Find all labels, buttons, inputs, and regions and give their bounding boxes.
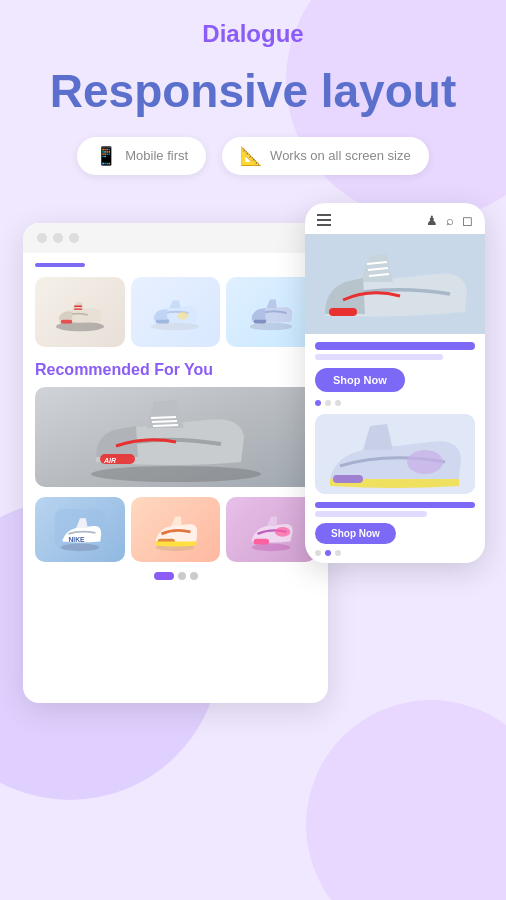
- mobile-subtitle-bar: [315, 354, 443, 360]
- mobile-text-bar-1: [315, 502, 475, 508]
- bottom-shoe-grid: NIKE: [35, 497, 316, 562]
- svg-rect-30: [333, 475, 363, 483]
- menu-line-2: [317, 219, 331, 221]
- ruler-icon: 📐: [240, 145, 262, 167]
- hamburger-icon: [317, 214, 331, 226]
- desktop-content: Recommended For You: [23, 253, 328, 590]
- menu-line-1: [317, 214, 331, 216]
- nav-indicator: [35, 263, 85, 267]
- pagination-dot-1: [154, 572, 174, 580]
- profile-icon: ♟: [426, 213, 438, 228]
- search-icon: ⌕: [446, 213, 454, 228]
- shoe-card-1: [35, 277, 125, 347]
- bottom-card-3: [226, 497, 316, 562]
- m-dot2-3: [335, 550, 341, 556]
- bottom-card-2: [131, 497, 221, 562]
- mobile-title-bar-1: [315, 342, 475, 350]
- desktop-pagination: [35, 572, 316, 580]
- svg-line-12: [151, 417, 176, 418]
- mobile-shoe-card-2: [315, 414, 475, 494]
- app-logo: Dialogue: [202, 20, 303, 48]
- mobile-action-icons: ♟ ⌕ ◻: [426, 213, 473, 228]
- shop-now-button-1[interactable]: Shop Now: [315, 368, 405, 392]
- window-dot-3: [69, 233, 79, 243]
- all-screens-pill: 📐 Works on all screen size: [222, 137, 429, 175]
- pagination-dot-3: [190, 572, 198, 580]
- pagination-dot-2: [178, 572, 186, 580]
- mobile-dots-2: [315, 550, 475, 556]
- shoe-card-2: [131, 277, 221, 347]
- m-dot-1: [315, 400, 321, 406]
- window-dot-2: [53, 233, 63, 243]
- m-dot2-2: [325, 550, 331, 556]
- svg-point-9: [91, 466, 261, 482]
- desktop-titlebar: [23, 223, 328, 253]
- svg-rect-24: [329, 308, 357, 316]
- m-dot2-1: [315, 550, 321, 556]
- bottom-card-1: NIKE: [35, 497, 125, 562]
- m-dot-3: [335, 400, 341, 406]
- svg-point-29: [407, 450, 443, 474]
- shoe-grid: [35, 277, 316, 347]
- cart-icon: ◻: [462, 213, 473, 228]
- svg-point-7: [250, 322, 293, 330]
- svg-text:NIKE: NIKE: [68, 536, 85, 543]
- mobile-topbar: ♟ ⌕ ◻: [305, 203, 485, 234]
- svg-rect-22: [254, 539, 269, 545]
- hero-title: Responsive layout: [30, 66, 476, 117]
- svg-point-6: [177, 312, 189, 320]
- svg-line-14: [153, 425, 178, 426]
- svg-rect-3: [60, 319, 72, 323]
- shoe-card-3: [226, 277, 316, 347]
- svg-point-16: [60, 544, 99, 552]
- feature-pills: 📱 Mobile first 📐 Works on all screen siz…: [77, 137, 429, 175]
- mobile-hero-image: [305, 234, 485, 334]
- svg-text:AIR: AIR: [103, 457, 116, 464]
- desktop-mockup: Recommended For You: [23, 223, 328, 703]
- mobile-text-bar-2: [315, 511, 427, 517]
- menu-line-3: [317, 224, 331, 226]
- window-dot-1: [37, 233, 47, 243]
- big-shoe-card: AIR: [35, 387, 316, 487]
- recommended-title: Recommended For You: [35, 361, 316, 379]
- mobile-first-label: Mobile first: [125, 148, 188, 163]
- svg-point-4: [151, 322, 199, 330]
- mobile-mockup: ♟ ⌕ ◻: [305, 203, 485, 563]
- all-screens-label: Works on all screen size: [270, 148, 411, 163]
- mockups-container: Recommended For You: [13, 203, 493, 773]
- mobile-content: Shop Now: [305, 334, 485, 563]
- mobile-dots-1: [315, 400, 475, 406]
- shop-now-button-2[interactable]: Shop Now: [315, 523, 396, 544]
- svg-point-20: [252, 544, 291, 552]
- svg-line-13: [152, 421, 177, 422]
- svg-point-21: [275, 527, 290, 537]
- mobile-first-pill: 📱 Mobile first: [77, 137, 206, 175]
- m-dot-2: [325, 400, 331, 406]
- mobile-icon: 📱: [95, 145, 117, 167]
